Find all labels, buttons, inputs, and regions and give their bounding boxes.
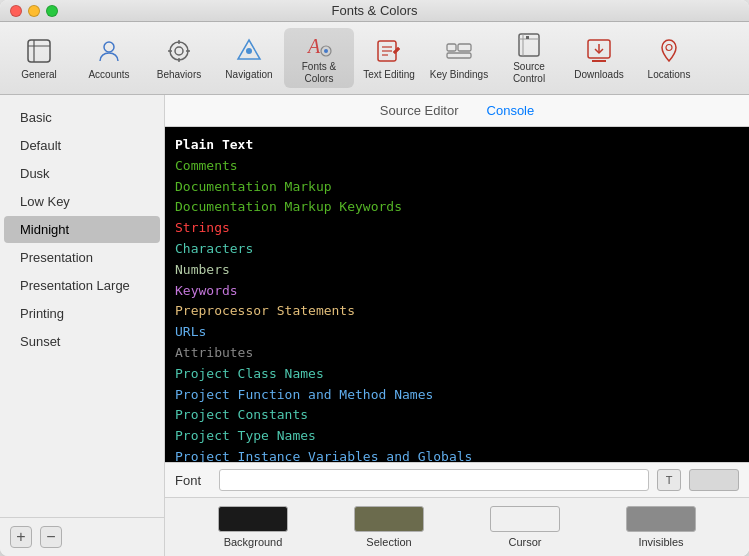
downloads-icon	[583, 35, 615, 67]
add-theme-button[interactable]: +	[10, 526, 32, 548]
toolbar-item-locations[interactable]: Locations	[634, 28, 704, 88]
toolbar-label-accounts: Accounts	[88, 69, 129, 81]
tab-console[interactable]: Console	[483, 101, 539, 120]
main-content: BasicDefaultDuskLow KeyMidnightPresentat…	[0, 95, 749, 556]
code-line[interactable]: Project Constants	[175, 405, 739, 426]
code-line[interactable]: Numbers	[175, 260, 739, 281]
code-line[interactable]: Attributes	[175, 343, 739, 364]
sidebar-item-sunset[interactable]: Sunset	[4, 328, 160, 355]
svg-rect-19	[447, 44, 456, 51]
code-line[interactable]: Keywords	[175, 281, 739, 302]
sidebar-footer: + −	[0, 517, 164, 556]
maximize-button[interactable]	[46, 5, 58, 17]
toolbar-label-general: General	[21, 69, 57, 81]
editor-area: Source Editor Console Plain TextComments…	[165, 95, 749, 556]
swatch-item-selection[interactable]: Selection	[354, 506, 424, 548]
svg-point-3	[104, 42, 114, 52]
code-line[interactable]: Documentation Markup	[175, 177, 739, 198]
text-editing-icon	[373, 35, 405, 67]
toolbar-label-text-editing: Text Editing	[363, 69, 415, 81]
font-color-button[interactable]	[689, 469, 739, 491]
svg-rect-21	[447, 53, 471, 58]
toolbar-item-accounts[interactable]: Accounts	[74, 28, 144, 88]
code-line[interactable]: Strings	[175, 218, 739, 239]
svg-point-11	[246, 48, 252, 54]
close-button[interactable]	[10, 5, 22, 17]
toolbar-label-downloads: Downloads	[574, 69, 623, 81]
sidebar-item-low-key[interactable]: Low Key	[4, 188, 160, 215]
remove-theme-button[interactable]: −	[40, 526, 62, 548]
main-window: Fonts & Colors General Accounts	[0, 0, 749, 556]
code-line[interactable]: Project Class Names	[175, 364, 739, 385]
toolbar-label-key-bindings: Key Bindings	[430, 69, 488, 81]
sidebar-item-basic[interactable]: Basic	[4, 104, 160, 131]
swatch-box-cursor	[490, 506, 560, 532]
toolbar-item-behaviors[interactable]: Behaviors	[144, 28, 214, 88]
font-input[interactable]	[219, 469, 649, 491]
toolbar-item-key-bindings[interactable]: Key Bindings	[424, 28, 494, 88]
locations-icon	[653, 35, 685, 67]
swatch-item-cursor[interactable]: Cursor	[490, 506, 560, 548]
sidebar: BasicDefaultDuskLow KeyMidnightPresentat…	[0, 95, 165, 556]
behaviors-icon	[163, 35, 195, 67]
toolbar-item-general[interactable]: General	[4, 28, 74, 88]
tab-bar: Source Editor Console	[165, 95, 749, 127]
code-line[interactable]: Preprocessor Statements	[175, 301, 739, 322]
toolbar-label-source-control: Source Control	[496, 61, 562, 85]
swatch-box-selection	[354, 506, 424, 532]
font-bar: Font T	[165, 462, 749, 497]
source-control-icon	[513, 31, 545, 59]
svg-point-27	[666, 45, 672, 51]
swatch-box-background	[218, 506, 288, 532]
sidebar-item-presentation-large[interactable]: Presentation Large	[4, 272, 160, 299]
svg-point-14	[324, 49, 328, 53]
key-bindings-icon	[443, 35, 475, 67]
minimize-button[interactable]	[28, 5, 40, 17]
code-line[interactable]: URLs	[175, 322, 739, 343]
svg-rect-0	[28, 40, 50, 62]
svg-rect-20	[458, 44, 471, 51]
swatches-bar: BackgroundSelectionCursorInvisibles	[165, 497, 749, 556]
code-editor[interactable]: Plain TextCommentsDocumentation MarkupDo…	[165, 127, 749, 462]
sidebar-item-midnight[interactable]: Midnight	[4, 216, 160, 243]
toolbar-item-navigation[interactable]: Navigation	[214, 28, 284, 88]
toolbar-item-text-editing[interactable]: Text Editing	[354, 28, 424, 88]
swatch-label-background: Background	[224, 536, 283, 548]
toolbar-item-fonts-colors[interactable]: A Fonts & Colors	[284, 28, 354, 88]
swatch-box-invisibles	[626, 506, 696, 532]
code-line[interactable]: Project Instance Variables and Globals	[175, 447, 739, 462]
toolbar-label-fonts-colors: Fonts & Colors	[286, 61, 352, 85]
sidebar-item-dusk[interactable]: Dusk	[4, 160, 160, 187]
tab-source-editor[interactable]: Source Editor	[376, 101, 463, 120]
swatch-item-background[interactable]: Background	[218, 506, 288, 548]
swatch-label-selection: Selection	[366, 536, 411, 548]
navigation-icon	[233, 35, 265, 67]
code-line[interactable]: Plain Text	[175, 135, 739, 156]
code-line[interactable]: Comments	[175, 156, 739, 177]
fonts-colors-icon: A	[303, 31, 335, 59]
toolbar-label-locations: Locations	[648, 69, 691, 81]
code-line[interactable]: Characters	[175, 239, 739, 260]
window-controls	[10, 5, 58, 17]
title-bar: Fonts & Colors	[0, 0, 749, 22]
sidebar-list: BasicDefaultDuskLow KeyMidnightPresentat…	[0, 95, 164, 517]
font-size-button[interactable]: T	[657, 469, 681, 491]
font-label: Font	[175, 473, 211, 488]
general-icon	[23, 35, 55, 67]
svg-text:A: A	[306, 35, 321, 57]
accounts-icon	[93, 35, 125, 67]
code-line[interactable]: Project Type Names	[175, 426, 739, 447]
sidebar-item-printing[interactable]: Printing	[4, 300, 160, 327]
toolbar-item-source-control[interactable]: Source Control	[494, 28, 564, 88]
svg-point-5	[175, 47, 183, 55]
swatch-label-invisibles: Invisibles	[638, 536, 683, 548]
code-line[interactable]: Documentation Markup Keywords	[175, 197, 739, 218]
sidebar-item-default[interactable]: Default	[4, 132, 160, 159]
toolbar-label-navigation: Navigation	[225, 69, 272, 81]
toolbar-label-behaviors: Behaviors	[157, 69, 201, 81]
swatch-item-invisibles[interactable]: Invisibles	[626, 506, 696, 548]
toolbar-item-downloads[interactable]: Downloads	[564, 28, 634, 88]
code-line[interactable]: Project Function and Method Names	[175, 385, 739, 406]
window-title: Fonts & Colors	[332, 3, 418, 18]
sidebar-item-presentation[interactable]: Presentation	[4, 244, 160, 271]
